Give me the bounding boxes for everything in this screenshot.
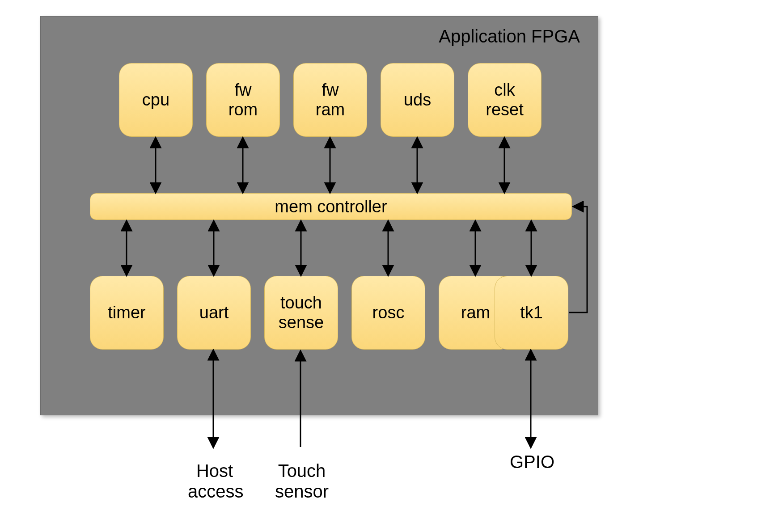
label-touch-sensor: Touchsensor [271, 460, 333, 502]
label-host-access: Hostaccess [188, 460, 241, 502]
external-connectors [0, 0, 770, 532]
label-gpio: GPIO [510, 452, 554, 472]
